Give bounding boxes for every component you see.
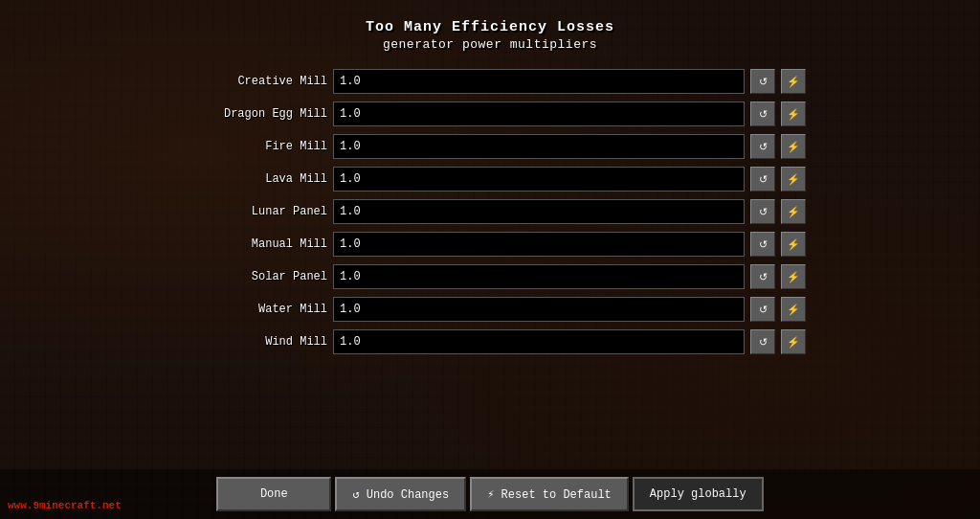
table-row: Manual Mill↺⚡	[174, 230, 806, 259]
undo-button[interactable]: ↺ Undo Changes	[335, 477, 466, 511]
reset-button[interactable]: ⚡ Reset to Default	[470, 477, 629, 511]
setting-input-lava-mill[interactable]	[333, 167, 745, 192]
setting-label: Lava Mill	[174, 172, 327, 186]
table-row: Lunar Panel↺⚡	[174, 197, 806, 226]
reset-row-button[interactable]: ⚡	[781, 102, 806, 126]
reset-row-button[interactable]: ⚡	[781, 167, 806, 192]
table-row: Water Mill↺⚡	[174, 295, 806, 324]
setting-label: Manual Mill	[174, 237, 327, 251]
table-row: Creative Mill↺⚡	[174, 67, 806, 96]
setting-input-fire-mill[interactable]	[333, 134, 745, 159]
title-main: Too Many Efficiency Losses	[366, 19, 614, 35]
title-sub: generator power multipliers	[366, 37, 614, 52]
reset-row-button[interactable]: ⚡	[781, 329, 806, 354]
watermark: www.9minecraft.net	[8, 500, 122, 511]
main-container: Too Many Efficiency Losses generator pow…	[0, 0, 980, 519]
table-row: Solar Panel↺⚡	[174, 262, 806, 291]
setting-input-creative-mill[interactable]	[333, 69, 745, 94]
reset-row-button[interactable]: ⚡	[781, 69, 806, 94]
setting-input-manual-mill[interactable]	[333, 232, 745, 257]
setting-label: Solar Panel	[174, 270, 327, 283]
setting-input-water-mill[interactable]	[333, 297, 745, 322]
table-row: Fire Mill↺⚡	[174, 132, 806, 161]
setting-label: Creative Mill	[174, 75, 327, 88]
undo-row-button[interactable]: ↺	[750, 134, 775, 159]
setting-input-solar-panel[interactable]	[333, 264, 745, 289]
undo-row-button[interactable]: ↺	[750, 167, 775, 192]
apply-globally-button[interactable]: Apply globally	[633, 477, 764, 511]
setting-label: Dragon Egg Mill	[174, 107, 327, 121]
reset-row-button[interactable]: ⚡	[781, 199, 806, 224]
undo-row-button[interactable]: ↺	[750, 232, 775, 257]
footer: Done ↺ Undo Changes ⚡ Reset to Default A…	[0, 469, 980, 519]
setting-label: Lunar Panel	[174, 205, 327, 218]
undo-row-button[interactable]: ↺	[750, 69, 775, 94]
setting-label: Water Mill	[174, 303, 327, 316]
setting-label: Wind Mill	[174, 335, 327, 349]
table-row: Dragon Egg Mill↺⚡	[174, 100, 806, 128]
reset-row-button[interactable]: ⚡	[781, 297, 806, 322]
reset-row-button[interactable]: ⚡	[781, 134, 806, 159]
table-row: Wind Mill↺⚡	[174, 327, 806, 356]
reset-row-button[interactable]: ⚡	[781, 264, 806, 289]
table-row: Lava Mill↺⚡	[174, 165, 806, 193]
setting-label: Fire Mill	[174, 140, 327, 153]
title-area: Too Many Efficiency Losses generator pow…	[366, 19, 614, 52]
undo-row-button[interactable]: ↺	[750, 297, 775, 322]
setting-input-lunar-panel[interactable]	[333, 199, 745, 224]
undo-row-button[interactable]: ↺	[750, 329, 775, 354]
setting-input-wind-mill[interactable]	[333, 329, 745, 354]
undo-row-button[interactable]: ↺	[750, 264, 775, 289]
setting-input-dragon-egg-mill[interactable]	[333, 102, 745, 126]
reset-row-button[interactable]: ⚡	[781, 232, 806, 257]
done-button[interactable]: Done	[216, 477, 331, 511]
settings-panel: Creative Mill↺⚡Dragon Egg Mill↺⚡Fire Mil…	[174, 67, 806, 356]
undo-row-button[interactable]: ↺	[750, 199, 775, 224]
undo-row-button[interactable]: ↺	[750, 102, 775, 126]
